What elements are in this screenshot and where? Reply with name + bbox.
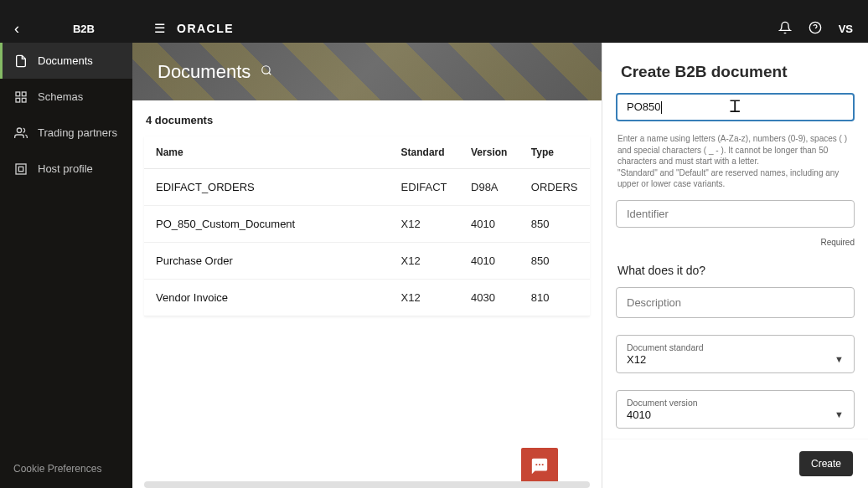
svg-rect-8 [18,167,23,171]
sidebar-item-schemas[interactable]: Schemas [0,79,132,115]
cell-type: 850 [519,206,590,243]
svg-rect-3 [22,92,26,96]
back-button[interactable]: ‹ [0,20,34,38]
host-icon [13,162,28,176]
svg-rect-2 [16,92,20,96]
sidebar: Documents Schemas Trading partners Host … [0,43,132,488]
col-version[interactable]: Version [459,136,519,169]
hamburger-menu[interactable]: ☰ [147,21,172,36]
oracle-logo: ORACLE [177,22,234,35]
name-helper-text: Enter a name using letters (A-Za-z), num… [617,133,853,190]
required-label: Required [616,238,855,247]
cell-standard: X12 [390,206,459,243]
cell-name: Vendor Invoice [144,280,390,316]
cell-standard: X12 [390,243,459,280]
table-row[interactable]: EDIFACT_ORDERSEDIFACTD98AORDERS [144,169,590,206]
horizontal-scrollbar[interactable] [144,481,590,488]
cell-version: 4010 [459,206,519,243]
create-document-panel: Create B2B document PO850 Ꮖ Enter a name… [602,43,868,488]
cell-type: 850 [519,243,590,280]
create-button[interactable]: Create [799,451,853,476]
cell-standard: EDIFACT [390,169,459,206]
help-icon[interactable] [809,21,822,37]
chevron-down-icon: ▼ [834,354,844,364]
what-section-title: What does it do? [617,264,853,277]
sidebar-item-trading-partners[interactable]: Trading partners [0,115,132,151]
standard-value: X12 [627,353,646,366]
table-row[interactable]: Vendor InvoiceX124030810 [144,280,590,316]
identifier-field[interactable]: Identifier [616,200,855,228]
svg-point-9 [262,66,270,74]
sidebar-item-documents[interactable]: Documents [0,43,132,79]
col-name[interactable]: Name [144,136,390,169]
cell-type: ORDERS [519,169,590,206]
cell-name: EDIFACT_ORDERS [144,169,390,206]
table-row[interactable]: Purchase OrderX124010850 [144,243,590,280]
document-standard-select[interactable]: Document standard X12 ▼ [616,335,855,373]
cell-name: PO_850_Custom_Document [144,206,390,243]
cell-name: Purchase Order [144,243,390,280]
svg-rect-4 [22,98,26,102]
documents-table: Name Standard Version Type EDIFACT_ORDER… [144,136,590,316]
document-version-select[interactable]: Document version 4010 ▼ [616,390,855,429]
name-input-value: PO850 [627,100,844,114]
cell-version: 4010 [459,243,519,280]
main-content: Documents 4 documents Name Standard Vers… [132,43,602,488]
standard-label: Document standard [627,342,844,352]
cell-type: 810 [519,280,590,316]
svg-line-10 [269,73,271,75]
file-icon [13,54,28,68]
col-type[interactable]: Type [519,136,590,169]
product-name: B2B [34,23,134,35]
partners-icon [13,126,28,140]
notifications-icon[interactable] [778,21,792,37]
cell-version: D98A [459,169,519,206]
sidebar-item-label: Trading partners [38,126,117,139]
description-placeholder: Description [627,296,844,309]
sidebar-item-label: Schemas [38,90,83,103]
sidebar-item-label: Host profile [38,162,93,175]
svg-rect-5 [16,98,20,102]
cell-version: 4030 [459,280,519,316]
sidebar-item-label: Documents [38,54,93,67]
cookie-preferences[interactable]: Cookie Preferences [0,449,132,488]
description-field[interactable]: Description [616,287,855,318]
chevron-down-icon: ▼ [834,409,844,419]
search-icon[interactable] [261,64,272,79]
name-field[interactable]: PO850 Ꮖ [616,93,855,121]
table-row[interactable]: PO_850_Custom_DocumentX124010850 [144,206,590,243]
document-count: 4 documents [144,114,590,126]
user-initials[interactable]: VS [839,23,853,35]
version-label: Document version [627,398,844,408]
schema-icon [13,90,28,104]
cell-standard: X12 [390,280,459,316]
version-value: 4010 [627,408,651,421]
chat-button[interactable] [521,448,558,485]
svg-rect-7 [16,164,26,174]
col-standard[interactable]: Standard [390,136,459,169]
panel-title: Create B2B document [602,43,868,93]
page-title: Documents [158,61,251,83]
sidebar-item-host-profile[interactable]: Host profile [0,151,132,187]
identifier-placeholder: Identifier [627,208,844,220]
svg-point-6 [17,128,21,132]
